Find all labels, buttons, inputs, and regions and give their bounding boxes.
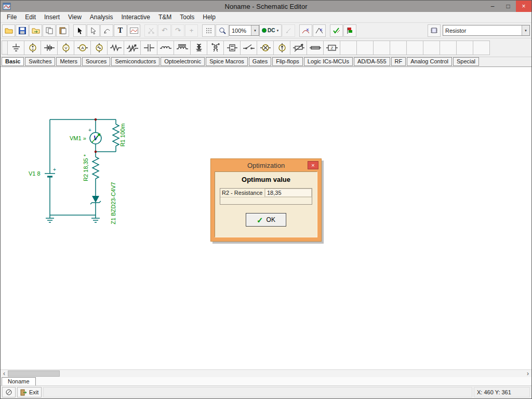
wire-tool-button[interactable] [100,24,113,37]
tab-analog-control[interactable]: Analog Control [407,57,452,66]
menu-analysis[interactable]: Analysis [86,12,117,22]
ok-button[interactable]: ✓ OK [246,213,286,227]
component-ground-button[interactable] [7,41,24,55]
scrollbar-thumb[interactable] [8,370,60,377]
move-cursor-button[interactable] [87,24,100,37]
close-button[interactable]: × [516,1,531,12]
grid-toggle-button[interactable] [202,24,215,37]
text-tool-icon: T [118,26,123,35]
component-relay-button[interactable] [223,41,241,55]
component-inductor-button[interactable] [157,41,174,55]
select-cursor-button[interactable] [73,24,86,37]
component-ammeter-button[interactable]: A [74,41,91,55]
save-button[interactable] [16,24,29,37]
component-voltage-source-button[interactable] [24,41,41,55]
redo-button[interactable]: ↷ [171,24,184,37]
menu-edit[interactable]: Edit [21,12,40,22]
component-cored-inductor-button[interactable] [174,41,191,55]
cut-button[interactable] [144,24,157,37]
open-button[interactable] [2,24,15,37]
diagram-button[interactable] [127,24,140,37]
ground-symbol[interactable] [91,215,100,222]
interactive-switch-button[interactable] [343,24,356,37]
menu-insert[interactable]: Insert [40,12,64,22]
pen-button[interactable] [282,24,295,37]
menu-tm[interactable]: T&M [154,12,176,22]
result-parameter-value[interactable]: 18,35 [265,189,312,197]
schematic-canvas-area[interactable]: + V + [1,66,531,369]
dialog-title-bar[interactable]: Optimization × [211,159,321,171]
zoom-button[interactable] [216,24,229,37]
exit-button[interactable]: Exit [17,387,42,397]
component-select[interactable]: Resistor ▼ [443,25,530,36]
component-coupled-inductors-button[interactable] [207,41,224,55]
component-transformer-button[interactable] [190,41,207,55]
component-capacitor-button[interactable] [140,41,157,55]
component-battery-button[interactable] [41,41,58,55]
label-vm1[interactable]: VM1 » [70,135,86,141]
label-r1[interactable]: R1 100m [119,124,126,147]
label-v1[interactable]: V1 8 [29,170,41,177]
maximize-button[interactable]: □ [500,1,516,12]
minimize-button[interactable]: – [485,1,500,12]
analysis-transient-button[interactable]: K [313,24,326,37]
component-potentiometer-button[interactable] [124,41,141,55]
menu-tools[interactable]: Tools [176,12,198,22]
component-lamp-button[interactable] [257,41,274,55]
component-impedance-button[interactable]: Z [323,41,340,55]
component-ac-source-button[interactable] [90,41,108,55]
menu-file[interactable]: File [3,12,21,22]
open-recent-button[interactable] [29,24,42,37]
tab-special[interactable]: Special [453,57,479,66]
tab-switches[interactable]: Switches [25,57,55,66]
undo-button[interactable]: ↶ [158,24,171,37]
component-current-source-button[interactable] [273,41,290,55]
voltmeter-vm1[interactable]: V + [88,127,101,144]
impedance-icon: Z [326,43,338,53]
label-z1[interactable]: Z1 BZD23-C4V7 [110,182,116,224]
test-point-button[interactable] [2,387,16,397]
wire-pen-icon [103,27,111,34]
component-variable-resistor-button[interactable] [290,41,307,55]
component-fuse-button[interactable] [307,41,324,55]
component-resistor-button[interactable] [107,41,124,55]
scroll-right-arrow[interactable]: › [524,370,531,377]
tab-meters[interactable]: Meters [56,57,81,66]
scroll-left-arrow[interactable]: ‹ [1,370,8,377]
crosshair-button[interactable]: + [185,24,198,37]
resistor-r1[interactable] [113,124,119,146]
horizontal-scrollbar[interactable]: ‹ › [1,369,531,377]
capacitor-icon [143,43,155,53]
tab-rf[interactable]: RF [391,57,406,66]
tab-optoelectronic[interactable]: Optoelectronic [161,57,205,66]
text-tool-button[interactable]: T [114,24,127,37]
paste-button[interactable] [56,24,69,37]
document-tab-noname[interactable]: Noname [2,377,36,385]
label-r2[interactable]: R2 18,35 * [83,154,89,181]
battery-v1[interactable]: + [45,167,56,177]
checker-button[interactable] [330,24,343,37]
tab-basic[interactable]: Basic [2,57,24,66]
tab-gates[interactable]: Gates [249,57,271,66]
menu-interactive[interactable]: Interactive [117,12,154,22]
tab-logic-ics-mcus[interactable]: Logic ICs-MCUs [304,57,353,66]
tab-sources[interactable]: Sources [82,57,110,66]
component-switch-button[interactable] [240,41,257,55]
zener-z1[interactable] [90,196,101,204]
tab-flip-flops[interactable]: Flip-flops [272,57,303,66]
menu-help[interactable]: Help [198,12,220,22]
component-voltmeter-button[interactable]: V [57,41,74,55]
tab-ad-da-555[interactable]: AD/DA-555 [354,57,390,66]
resistor-r2[interactable] [92,157,99,179]
zoom-select[interactable]: 100% ▼ [229,25,259,36]
interactive-mode-button[interactable]: DC ▼ [259,24,282,37]
ground-symbol[interactable] [46,215,54,222]
dialog-close-button[interactable]: × [308,161,318,169]
menu-view[interactable]: View [64,12,86,22]
analysis-ac-button[interactable]: K [299,24,312,37]
optimum-value-table: R2 - Resistance 18,35 [220,188,312,205]
copy-button[interactable] [43,24,56,37]
tab-spice-macros[interactable]: Spice Macros [206,57,248,66]
component-list-button[interactable] [428,24,441,37]
tab-semiconductors[interactable]: Semiconductors [111,57,159,66]
